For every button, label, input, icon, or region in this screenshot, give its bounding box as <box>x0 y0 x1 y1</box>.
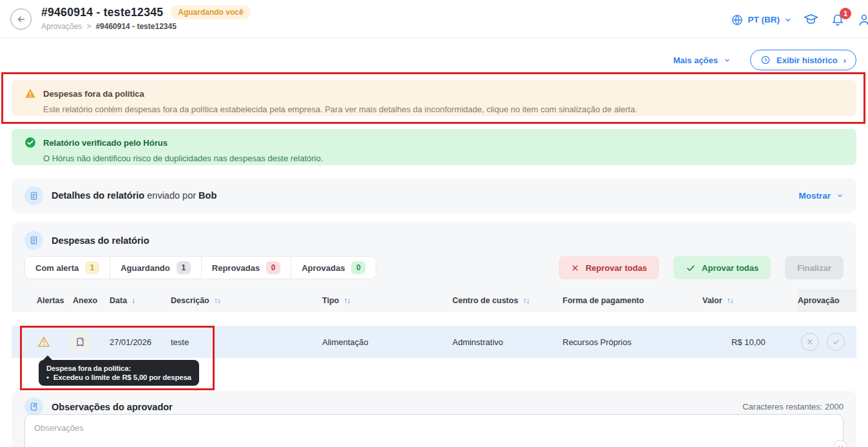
column-header-alertas: Alertas <box>37 296 73 305</box>
approver-observations-card: Observações do aprovador Caracteres rest… <box>12 391 856 447</box>
warning-triangle-icon[interactable] <box>37 335 73 349</box>
chevron-down-icon <box>724 57 731 64</box>
breadcrumb-current: #9460914 - teste12345 <box>95 22 176 31</box>
back-arrow-icon <box>15 14 27 25</box>
reject-all-label: Reprovar todas <box>586 263 647 273</box>
approve-all-label: Aprovar todas <box>702 263 758 273</box>
column-header-descricao[interactable]: Descrição ↑↓ <box>171 296 322 305</box>
check-icon <box>832 338 840 346</box>
filter-label: Reprovadas <box>212 263 260 273</box>
column-label: Forma de pagamento <box>563 296 644 305</box>
description-cell: teste <box>171 337 322 347</box>
edit-document-icon <box>24 397 43 416</box>
column-header-data[interactable]: Data ↓ <box>110 296 171 305</box>
policy-banner-message: Este relatório contém despesas fora da p… <box>43 104 844 114</box>
observations-textarea[interactable] <box>24 414 844 447</box>
show-details-toggle[interactable]: Mostrar <box>798 191 844 201</box>
horus-banner-message: O Hórus não identificou risco de duplici… <box>43 154 844 163</box>
reject-expense-button[interactable] <box>801 333 819 351</box>
globe-icon <box>731 14 744 26</box>
breadcrumb-parent[interactable]: Aprovações <box>41 22 82 31</box>
user-icon[interactable] <box>856 12 868 28</box>
chevron-down-icon <box>836 192 844 199</box>
column-header-valor[interactable]: Valor ↑↓ <box>702 296 798 305</box>
document-icon <box>24 231 43 250</box>
check-circle-icon <box>24 136 37 149</box>
page-title: #9460914 - teste12345 <box>41 6 163 19</box>
policy-warning-banner: Despesas fora da política Este relatório… <box>12 80 856 116</box>
academy-icon[interactable] <box>803 12 819 28</box>
column-label: Data <box>110 296 127 305</box>
approve-expense-button[interactable] <box>827 333 845 351</box>
collapse-chevron-icon[interactable] <box>833 440 847 447</box>
document-icon <box>24 186 43 205</box>
type-cell: Alimentação <box>322 337 452 347</box>
approval-report-page: #9460914 - teste12345 Aguardando você Ap… <box>0 0 868 447</box>
toolbar-row: Mais ações Exibir histórico › <box>673 50 856 70</box>
check-icon <box>686 263 695 273</box>
filter-label: Aprovadas <box>302 263 345 273</box>
sort-both-icon[interactable]: ↑↓ <box>343 296 350 305</box>
language-label: PT (BR) <box>748 15 780 25</box>
filter-label: Com alerta <box>35 263 79 273</box>
chevron-down-icon <box>784 16 792 24</box>
language-switcher[interactable]: PT (BR) <box>731 14 793 26</box>
filter-com-alerta[interactable]: Com alerta 1 <box>25 257 110 279</box>
clock-icon <box>760 55 771 65</box>
topbar: #9460914 - teste12345 Aguardando você Ap… <box>0 0 868 38</box>
filter-count-badge: 0 <box>266 261 280 274</box>
column-label: Anexo <box>73 296 97 305</box>
value-cell: R$ 10,00 <box>702 337 798 347</box>
expenses-title: Despesas do relatório <box>52 235 149 246</box>
receipt-icon[interactable] <box>69 331 91 353</box>
report-expenses-card: Despesas do relatório Com alerta 1 Aguar… <box>12 222 856 359</box>
filter-reprovadas[interactable]: Reprovadas 0 <box>202 257 291 279</box>
filter-aprovadas[interactable]: Aprovadas 0 <box>291 257 376 279</box>
show-history-label: Exibir histórico <box>776 55 838 65</box>
tooltip-item: • Excedeu o limite de R$ 5,00 por despes… <box>46 373 191 381</box>
column-header-forma-de-pagamento: Forma de pagamento <box>563 296 702 305</box>
expenses-filter-row: Com alerta 1 Aguardando 1 Reprovadas 0 A… <box>24 256 844 279</box>
notifications-button[interactable]: 1 <box>830 12 845 28</box>
warning-triangle-icon <box>24 87 37 100</box>
breadcrumb-separator: > <box>86 22 91 31</box>
finalize-button[interactable]: Finalizar <box>785 256 844 279</box>
finalize-label: Finalizar <box>797 263 831 273</box>
filter-aguardando[interactable]: Aguardando 1 <box>110 257 202 279</box>
policy-banner-title: Despesas fora da política <box>43 89 144 99</box>
sort-desc-icon[interactable]: ↓ <box>131 296 135 305</box>
sort-both-icon[interactable]: ↑↓ <box>727 296 733 305</box>
column-header-aprovacao: Aprovação <box>798 296 856 305</box>
show-history-button[interactable]: Exibir histórico › <box>750 50 856 70</box>
sort-both-icon[interactable]: ↑↓ <box>214 296 220 305</box>
column-label: Aprovação <box>798 296 840 305</box>
tooltip-title: Despesa fora da política: <box>46 364 191 372</box>
status-filters: Com alerta 1 Aguardando 1 Reprovadas 0 A… <box>24 256 376 279</box>
notification-count-badge: 1 <box>840 8 851 19</box>
payment-method-cell: Recursos Próprios <box>563 337 702 347</box>
column-header-tipo[interactable]: Tipo ↑↓ <box>322 296 452 305</box>
back-button[interactable] <box>10 8 32 30</box>
column-header-centro-de-custos[interactable]: Centro de custos ↑↓ <box>452 296 563 305</box>
column-label: Tipo <box>322 296 339 305</box>
x-icon <box>571 264 579 272</box>
show-details-label: Mostrar <box>798 191 831 201</box>
column-label: Alertas <box>37 296 64 305</box>
report-details-card: Detalhes do relatório enviado por Bob Mo… <box>12 178 856 213</box>
status-badge: Aguardando você <box>171 5 250 19</box>
column-label: Descrição <box>171 296 209 305</box>
column-label: Centro de custos <box>452 296 518 305</box>
column-label: Valor <box>702 296 722 305</box>
observations-title: Observações do aprovador <box>52 402 173 412</box>
column-header-anexo: Anexo <box>73 296 110 305</box>
alert-cell[interactable] <box>37 335 73 349</box>
reject-all-button[interactable]: Reprovar todas <box>559 256 659 279</box>
bullet-icon: • <box>46 373 49 381</box>
details-subtitle: enviado por <box>147 190 196 201</box>
approve-all-button[interactable]: Aprovar todas <box>673 256 771 279</box>
filter-count-badge: 0 <box>351 261 365 274</box>
more-actions-button[interactable]: Mais ações <box>673 55 731 65</box>
policy-tooltip: Despesa fora da política: • Excedeu o li… <box>39 360 199 386</box>
sort-both-icon[interactable]: ↑↓ <box>523 296 529 305</box>
expense-row[interactable]: 27/01/2026 teste Alimentação Adminstrati… <box>12 326 856 358</box>
